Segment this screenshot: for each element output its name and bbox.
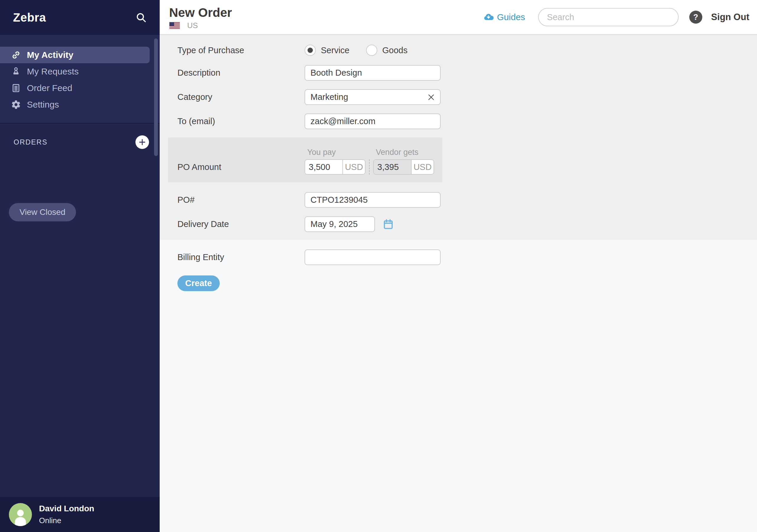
vendor-gets-currency: USD — [411, 160, 434, 174]
category-input-wrap — [305, 89, 440, 105]
you-pay-input[interactable] — [305, 160, 343, 174]
you-pay-label: You pay — [305, 148, 366, 157]
sidebar-menu: My Activity My Requests — [0, 35, 160, 124]
you-pay-currency: USD — [343, 160, 365, 174]
to-email-row: To (email) — [177, 113, 757, 129]
link-icon — [11, 50, 21, 60]
search-input[interactable] — [538, 8, 679, 26]
main-area: New Order US Guides ? Sign Out — [160, 0, 757, 532]
page-title: New Order — [169, 7, 232, 19]
person-icon — [10, 505, 31, 526]
sign-out-button[interactable]: Sign Out — [711, 12, 749, 22]
orders-section-label: ORDERS — [14, 138, 47, 146]
radio-goods[interactable] — [366, 44, 377, 56]
sidebar-item-label: My Requests — [27, 67, 79, 76]
feed-icon — [11, 83, 21, 93]
category-label: Category — [177, 92, 305, 102]
billing-entity-row: Billing Entity — [177, 250, 757, 265]
sidebar-scrollbar[interactable] — [154, 39, 158, 156]
po-number-label: PO# — [177, 195, 305, 205]
vendor-gets-label: Vendor gets — [373, 148, 434, 157]
po-amount-label: PO Amount — [177, 159, 305, 175]
view-closed-button[interactable]: View Closed — [9, 203, 76, 222]
delivery-date-row: Delivery Date — [177, 216, 757, 232]
user-info: David London Online — [39, 504, 94, 525]
po-amount-band: PO Amount You pay USD Vendor gets USD — [168, 137, 442, 182]
delivery-date-label: Delivery Date — [177, 219, 305, 229]
radio-service[interactable] — [305, 44, 316, 56]
sidebar-header: Zebra — [0, 0, 160, 35]
gear-icon — [11, 99, 21, 110]
you-pay-group: You pay USD — [305, 148, 366, 175]
user-profile: David London Online — [0, 497, 160, 532]
vendor-gets-group: Vendor gets USD — [373, 148, 434, 175]
radio-option-service[interactable]: Service — [305, 44, 349, 56]
vendor-gets-input — [374, 160, 411, 174]
add-order-button[interactable] — [136, 135, 149, 149]
search-icon[interactable] — [136, 12, 147, 23]
order-form-section: Type of Purchase Service Goods Descripti… — [160, 35, 757, 240]
description-row: Description — [177, 65, 757, 81]
guides-link[interactable]: Guides — [483, 12, 525, 22]
radio-option-goods[interactable]: Goods — [366, 44, 408, 56]
plus-icon — [138, 138, 146, 146]
brand-logo: Zebra — [13, 11, 46, 24]
page-header-right: Guides ? Sign Out — [483, 8, 749, 26]
radio-goods-label: Goods — [382, 45, 408, 55]
sidebar-item-label: Settings — [27, 100, 59, 110]
delivery-date-input[interactable] — [305, 216, 375, 232]
create-button[interactable]: Create — [177, 276, 220, 291]
sidebar-item-settings[interactable]: Settings — [0, 96, 160, 113]
type-of-purchase-label: Type of Purchase — [177, 45, 305, 55]
category-row: Category — [177, 89, 757, 105]
region-indicator: US — [169, 21, 232, 30]
cloud-download-icon — [483, 12, 494, 22]
page-header-left: New Order US — [169, 4, 232, 30]
type-of-purchase-row: Type of Purchase Service Goods — [177, 42, 757, 59]
page-header: New Order US Guides ? Sign Out — [160, 0, 757, 35]
to-email-label: To (email) — [177, 116, 305, 126]
description-input[interactable] — [305, 65, 440, 81]
stamp-icon — [11, 66, 21, 77]
to-email-input[interactable] — [305, 113, 440, 129]
category-input[interactable] — [305, 89, 440, 105]
billing-entity-label: Billing Entity — [177, 252, 305, 262]
orders-section-header: ORDERS — [0, 135, 160, 149]
radio-service-label: Service — [321, 45, 349, 55]
sidebar-item-my-requests[interactable]: My Requests — [0, 63, 160, 80]
description-label: Description — [177, 68, 305, 78]
guides-label: Guides — [497, 12, 525, 22]
sidebar-item-my-activity[interactable]: My Activity — [0, 47, 150, 63]
user-status: Online — [39, 516, 94, 525]
create-row: Create — [177, 276, 757, 291]
po-amount-divider — [369, 159, 370, 175]
help-button[interactable]: ? — [689, 11, 702, 24]
calendar-icon[interactable] — [382, 218, 394, 230]
billing-entity-input[interactable] — [305, 250, 440, 265]
user-name: David London — [39, 504, 94, 514]
sidebar-item-order-feed[interactable]: Order Feed — [0, 80, 160, 96]
avatar — [9, 503, 32, 526]
us-flag-icon — [169, 22, 180, 30]
sidebar-item-label: My Activity — [27, 50, 73, 60]
sidebar: Zebra My Activity — [0, 0, 160, 532]
po-number-input[interactable] — [305, 192, 440, 208]
sidebar-item-label: Order Feed — [27, 83, 72, 93]
you-pay-inputgroup: USD — [305, 159, 366, 175]
po-number-row: PO# — [177, 192, 757, 208]
region-code: US — [187, 21, 198, 30]
billing-section: Billing Entity Create — [160, 240, 757, 532]
clear-category-icon[interactable] — [427, 93, 435, 102]
vendor-gets-inputgroup: USD — [373, 159, 434, 175]
